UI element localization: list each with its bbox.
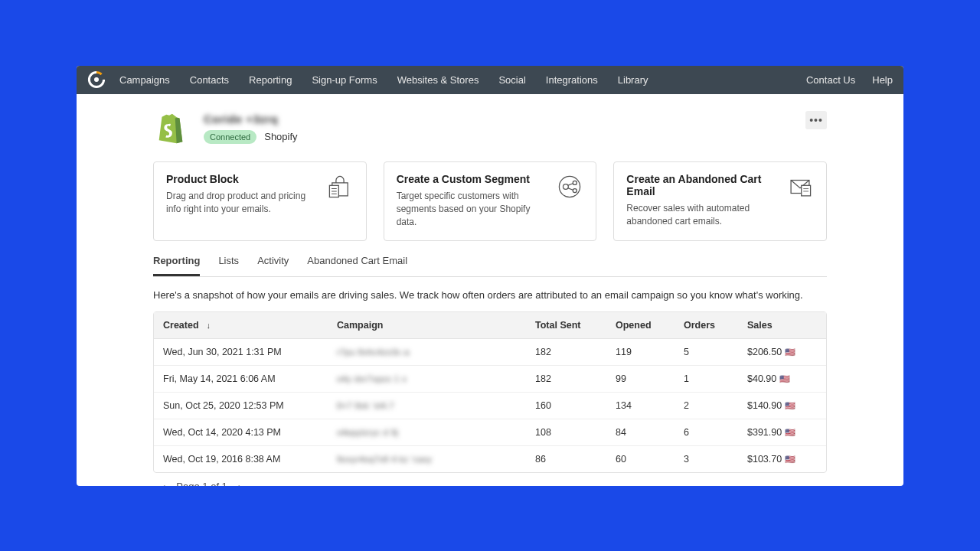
cell-created: Wed, Oct 19, 2016 8:38 AM <box>163 454 337 465</box>
cell-total-sent: 160 <box>535 400 616 411</box>
cell-opened: 134 <box>616 400 684 411</box>
cell-total-sent: 182 <box>535 347 616 357</box>
flag-icon: 🇺🇸 <box>785 455 795 464</box>
cell-campaign: o4y dxr7xpzo 1 x <box>337 373 535 384</box>
paginator: ‹ Page 1 of 1 › <box>153 473 827 486</box>
store-name: Coride +3zrq <box>204 112 298 126</box>
feature-cards: Product Block Drag and drop product and … <box>153 161 827 241</box>
svg-point-8 <box>560 176 580 197</box>
table-row[interactable]: Fri, May 14, 2021 6:06 AMo4y dxr7xpzo 1 … <box>154 366 826 393</box>
cell-sales: $40.90🇺🇸 <box>747 373 817 384</box>
more-button[interactable]: ••• <box>805 111 827 129</box>
card-text: Create a Custom Segment Target specific … <box>397 173 546 230</box>
nav-library[interactable]: Library <box>618 74 648 86</box>
flag-icon: 🇺🇸 <box>785 428 795 437</box>
cell-orders: 2 <box>684 400 747 411</box>
nav-reporting[interactable]: Reporting <box>249 74 292 86</box>
nav-contact-us[interactable]: Contact Us <box>806 74 855 86</box>
svg-point-2 <box>94 77 99 82</box>
card-custom-segment[interactable]: Create a Custom Segment Target specific … <box>384 161 597 241</box>
card-title: Product Block <box>166 173 315 185</box>
cell-campaign: 9oxyr4xq7x8 4 kz 'caxy <box>337 454 535 465</box>
snapshot-description: Here's a snapshot of how your emails are… <box>153 289 827 301</box>
nav-signup-forms[interactable]: Sign-up Forms <box>312 74 377 86</box>
cell-orders: 6 <box>684 427 747 438</box>
table-row[interactable]: Wed, Jun 30, 2021 1:31 PMr7pu 8xhc4zx3c-… <box>154 339 826 366</box>
flag-icon: 🇺🇸 <box>785 401 795 410</box>
svg-line-12 <box>568 183 573 185</box>
cell-created: Fri, May 14, 2021 6:06 AM <box>163 373 337 384</box>
store-left: Coride +3zrq Connected Shopify <box>153 111 298 146</box>
th-created[interactable]: Created↓ <box>163 320 337 331</box>
connected-badge: Connected <box>204 130 256 144</box>
nav-contacts[interactable]: Contacts <box>190 74 229 86</box>
th-total-sent[interactable]: Total Sent <box>535 320 616 331</box>
flag-icon: 🇺🇸 <box>779 374 790 383</box>
segment-icon <box>556 173 583 201</box>
cell-opened: 119 <box>616 347 684 357</box>
cell-sales: $206.50🇺🇸 <box>747 347 817 357</box>
tab-reporting[interactable]: Reporting <box>153 255 200 276</box>
nav-right: Contact Us Help <box>806 74 893 86</box>
sort-desc-icon: ↓ <box>207 321 211 330</box>
th-orders[interactable]: Orders <box>684 320 747 331</box>
app-window: Campaigns Contacts Reporting Sign-up For… <box>77 66 903 486</box>
cell-campaign: r7pu 8xhc4zx3c-a <box>337 347 535 357</box>
page-indicator: Page 1 of 1 <box>176 481 227 486</box>
store-type: Shopify <box>264 131 297 142</box>
table-row[interactable]: Wed, Oct 19, 2016 8:38 AM9oxyr4xq7x8 4 k… <box>154 446 826 472</box>
svg-point-9 <box>564 184 569 189</box>
envelope-icon <box>786 173 814 201</box>
th-opened[interactable]: Opened <box>616 320 684 331</box>
store-header: Coride +3zrq Connected Shopify ••• <box>153 111 827 146</box>
table-row[interactable]: Sun, Oct 25, 2020 12:53 PM0+7 8xk 'xt4.7… <box>154 393 826 419</box>
nav-websites-stores[interactable]: Websites & Stores <box>397 74 479 86</box>
svg-rect-15 <box>802 185 811 196</box>
th-campaign[interactable]: Campaign <box>337 320 535 331</box>
card-desc: Drag and drop product and pricing info r… <box>166 190 315 217</box>
nav-campaigns[interactable]: Campaigns <box>119 74 170 86</box>
card-desc: Target specific customers with segments … <box>397 190 546 230</box>
tab-lists[interactable]: Lists <box>218 255 239 276</box>
cell-total-sent: 86 <box>535 454 616 465</box>
cell-opened: 84 <box>616 427 684 438</box>
cell-sales: $103.70🇺🇸 <box>747 454 817 465</box>
card-product-block[interactable]: Product Block Drag and drop product and … <box>153 161 367 241</box>
app-logo-icon <box>87 70 106 89</box>
tab-abandoned-cart-email[interactable]: Abandoned Cart Email <box>307 255 407 276</box>
cell-sales: $140.90🇺🇸 <box>747 400 817 411</box>
cell-created: Sun, Oct 25, 2020 12:53 PM <box>163 400 337 411</box>
cell-opened: 99 <box>616 373 684 384</box>
nav-social[interactable]: Social <box>498 74 525 86</box>
tab-activity[interactable]: Activity <box>257 255 289 276</box>
cell-orders: 5 <box>684 347 747 357</box>
shopping-bag-icon <box>326 173 354 201</box>
table-row[interactable]: Wed, Oct 14, 2020 4:13 PMx4epylzryc d 9j… <box>154 419 826 446</box>
top-nav: Campaigns Contacts Reporting Sign-up For… <box>77 66 903 94</box>
cell-sales: $391.90🇺🇸 <box>747 427 817 438</box>
page-prev-button[interactable]: ‹ <box>162 481 165 486</box>
table-header: Created↓ Campaign Total Sent Opened Orde… <box>154 312 826 339</box>
tabs: Reporting Lists Activity Abandoned Cart … <box>153 255 827 277</box>
th-sales[interactable]: Sales <box>747 320 817 331</box>
th-created-label: Created <box>163 320 199 331</box>
nav-integrations[interactable]: Integrations <box>546 74 598 86</box>
cell-campaign: x4epylzryc d 9j <box>337 427 535 438</box>
table-body: Wed, Jun 30, 2021 1:31 PMr7pu 8xhc4zx3c-… <box>154 339 826 472</box>
svg-point-10 <box>573 181 577 184</box>
cell-total-sent: 108 <box>535 427 616 438</box>
card-title: Create an Abandoned Cart Email <box>626 173 776 197</box>
card-abandoned-cart[interactable]: Create an Abandoned Cart Email Recover s… <box>613 161 827 241</box>
card-text: Product Block Drag and drop product and … <box>166 173 315 217</box>
header-row: Created↓ Campaign Total Sent Opened Orde… <box>154 312 826 338</box>
content: Coride +3zrq Connected Shopify ••• Produ… <box>77 94 903 486</box>
cell-orders: 1 <box>684 373 747 384</box>
page-next-button[interactable]: › <box>238 481 241 486</box>
store-meta: Coride +3zrq Connected Shopify <box>204 111 298 144</box>
cell-campaign: 0+7 8xk 'xt4.7 <box>337 400 535 411</box>
shopify-logo-icon <box>153 111 188 146</box>
report-table: Created↓ Campaign Total Sent Opened Orde… <box>153 311 827 473</box>
nav-help[interactable]: Help <box>872 74 893 86</box>
cell-total-sent: 182 <box>535 373 616 384</box>
card-desc: Recover sales with automated abandoned c… <box>626 202 776 229</box>
